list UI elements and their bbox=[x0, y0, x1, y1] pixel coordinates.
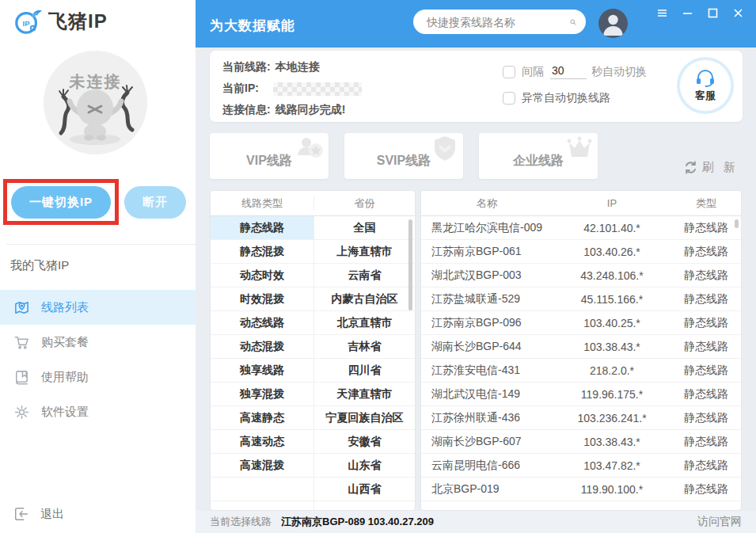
line-row[interactable]: 江苏徐州联通-436 103.236.241.* 静态线路 bbox=[421, 406, 741, 430]
province-cell[interactable]: 安徽省 bbox=[314, 430, 415, 453]
disconnect-button[interactable]: 断开 bbox=[124, 186, 186, 219]
line-ip-cell[interactable]: 103.40.26.* bbox=[553, 240, 671, 263]
line-row[interactable]: 北京BGP-019 119.90.100.* 静态线路 bbox=[421, 478, 741, 501]
province-cell[interactable]: 山西省 bbox=[314, 478, 415, 501]
province-cell[interactable]: 山东省 bbox=[314, 454, 415, 477]
maximize-button[interactable] bbox=[705, 6, 720, 21]
province-cell[interactable]: 全国 bbox=[314, 216, 415, 239]
line-type-row[interactable]: 高速动态 安徽省 bbox=[211, 430, 415, 454]
province-cell[interactable]: 四川省 bbox=[314, 359, 415, 382]
line-name-cell[interactable]: 黑龙江哈尔滨电信-009 bbox=[421, 216, 553, 239]
line-type-cell[interactable]: 独享混拨 bbox=[211, 383, 314, 405]
line-name-cell[interactable]: 云南昆明电信-666 bbox=[421, 454, 553, 477]
line-name-cell[interactable]: 湖南长沙BGP-644 bbox=[421, 335, 553, 358]
line-ip-cell[interactable]: 103.236.241.* bbox=[553, 406, 671, 429]
line-type-row[interactable]: 山西省 bbox=[211, 478, 415, 501]
line-type-row[interactable]: 高速混拨 山东省 bbox=[211, 454, 415, 478]
sidebar-item-help[interactable]: 使用帮助 bbox=[0, 360, 196, 394]
user-avatar[interactable] bbox=[598, 9, 628, 38]
line-type-row[interactable]: 动态时效 云南省 bbox=[211, 264, 415, 287]
line-row[interactable]: 江苏南京BGP-096 103.40.25.* 静态线路 bbox=[421, 311, 741, 335]
line-type-cell[interactable]: 静态线路 bbox=[671, 383, 741, 405]
line-row[interactable]: 湖北武汉电信-149 119.96.175.* 静态线路 bbox=[421, 383, 741, 406]
province-cell[interactable]: 宁夏回族自治区 bbox=[314, 406, 415, 429]
line-type-cell[interactable]: 静态线路 bbox=[671, 240, 741, 263]
line-type-cell[interactable]: 动态时效 bbox=[211, 264, 314, 287]
tab-svip-lines[interactable]: SVIP线路 bbox=[344, 133, 463, 179]
line-type-cell[interactable]: 高速动态 bbox=[211, 430, 314, 453]
line-ip-cell[interactable]: 103.40.25.* bbox=[553, 311, 671, 334]
line-ip-cell[interactable]: 119.90.100.* bbox=[553, 478, 671, 501]
right-panel-scrollbar[interactable] bbox=[735, 219, 739, 228]
line-type-cell[interactable]: 静态线路 bbox=[671, 359, 741, 382]
line-row[interactable]: 湖南长沙BGP-644 103.38.43.* 静态线路 bbox=[421, 335, 741, 359]
line-type-cell[interactable]: 静态混拨 bbox=[211, 240, 314, 263]
line-type-cell[interactable]: 静态线路 bbox=[211, 216, 314, 239]
province-cell[interactable]: 上海直辖市 bbox=[314, 240, 415, 263]
switch-ip-button[interactable]: 一键切换IP bbox=[11, 186, 111, 219]
line-type-cell[interactable]: 时效混拨 bbox=[211, 287, 314, 310]
line-type-cell[interactable]: 静态线路 bbox=[671, 216, 741, 239]
line-type-cell[interactable] bbox=[211, 478, 314, 501]
province-cell[interactable]: 内蒙古自治区 bbox=[314, 287, 415, 310]
line-name-cell[interactable]: 湖北武汉BGP-003 bbox=[421, 264, 553, 287]
line-ip-cell[interactable]: 218.2.0.* bbox=[553, 359, 671, 382]
line-name-cell[interactable]: 北京BGP-019 bbox=[421, 478, 553, 501]
line-ip-cell[interactable]: 43.248.106.* bbox=[553, 264, 671, 287]
left-panel-scrollbar[interactable] bbox=[408, 219, 412, 310]
line-type-cell[interactable]: 静态线路 bbox=[671, 478, 741, 501]
line-type-cell[interactable]: 静态线路 bbox=[671, 454, 741, 477]
line-type-cell[interactable]: 静态线路 bbox=[671, 311, 741, 334]
line-ip-cell[interactable]: 103.47.82.* bbox=[553, 454, 671, 477]
line-row[interactable]: 湖北武汉BGP-003 43.248.106.* 静态线路 bbox=[421, 264, 741, 287]
line-type-cell[interactable]: 动态线路 bbox=[211, 311, 314, 334]
sidebar-item-settings[interactable]: 软件设置 bbox=[0, 394, 196, 429]
line-name-cell[interactable]: 江苏徐州联通-436 bbox=[421, 406, 553, 429]
line-ip-cell[interactable]: 45.115.166.* bbox=[553, 287, 671, 310]
sidebar-item-route-list[interactable]: 线路列表 bbox=[0, 290, 196, 325]
line-name-cell[interactable]: 江苏淮安电信-431 bbox=[421, 359, 553, 382]
line-row[interactable]: 江苏淮安电信-431 218.2.0.* 静态线路 bbox=[421, 359, 741, 383]
line-name-cell[interactable]: 湖北武汉电信-149 bbox=[421, 383, 553, 405]
line-type-cell[interactable]: 高速混拨 bbox=[211, 454, 314, 477]
line-name-cell[interactable]: 江苏盐城联通-529 bbox=[421, 287, 553, 310]
line-type-row[interactable]: 静态线路 全国 bbox=[211, 216, 415, 240]
province-cell[interactable]: 北京直辖市 bbox=[314, 311, 415, 334]
line-row[interactable]: 云南昆明电信-666 103.47.82.* 静态线路 bbox=[421, 454, 741, 478]
province-cell[interactable]: 云南省 bbox=[314, 264, 415, 287]
line-type-cell[interactable]: 动态混拨 bbox=[211, 335, 314, 358]
minimize-button[interactable] bbox=[680, 6, 695, 21]
line-type-row[interactable]: 独享混拨 天津直辖市 bbox=[211, 383, 415, 406]
line-row[interactable]: 江苏南京BGP-061 103.40.26.* 静态线路 bbox=[421, 240, 741, 264]
line-type-cell[interactable]: 静态线路 bbox=[671, 406, 741, 429]
search-icon[interactable] bbox=[570, 15, 576, 29]
visit-website-link[interactable]: 访问官网 bbox=[697, 515, 742, 529]
province-cell[interactable]: 吉林省 bbox=[314, 335, 415, 358]
line-name-cell[interactable]: 湖南长沙BGP-607 bbox=[421, 430, 553, 453]
window-menu-button[interactable] bbox=[655, 6, 670, 21]
tab-enterprise-lines[interactable]: 企业线路 bbox=[479, 133, 598, 179]
interval-checkbox[interactable] bbox=[503, 66, 515, 78]
line-ip-cell[interactable]: 42.101.40.* bbox=[553, 216, 671, 239]
province-cell[interactable]: 天津直辖市 bbox=[314, 383, 415, 405]
line-type-cell[interactable]: 独享线路 bbox=[211, 359, 314, 382]
exit-button[interactable]: 退出 bbox=[13, 506, 64, 522]
line-ip-cell[interactable]: 103.38.43.* bbox=[553, 430, 671, 453]
sidebar-item-buy-package[interactable]: 购买套餐 bbox=[0, 325, 196, 360]
line-row[interactable]: 湖南长沙BGP-607 103.38.43.* 静态线路 bbox=[421, 430, 741, 454]
line-type-cell[interactable]: 静态线路 bbox=[671, 430, 741, 453]
close-button[interactable] bbox=[731, 6, 746, 21]
line-name-cell[interactable]: 江苏南京BGP-061 bbox=[421, 240, 553, 263]
line-ip-cell[interactable]: 103.38.43.* bbox=[553, 335, 671, 358]
line-type-row[interactable]: 高速静态 宁夏回族自治区 bbox=[211, 406, 415, 430]
line-type-cell[interactable]: 静态线路 bbox=[671, 335, 741, 358]
search-input[interactable] bbox=[413, 16, 570, 29]
line-type-row[interactable]: 独享线路 四川省 bbox=[211, 359, 415, 383]
line-type-row[interactable]: 静态混拨 上海直辖市 bbox=[211, 240, 415, 264]
line-type-row[interactable]: 动态线路 北京直辖市 bbox=[211, 311, 415, 335]
line-row[interactable]: 江苏盐城联通-529 45.115.166.* 静态线路 bbox=[421, 287, 741, 311]
refresh-button[interactable]: 刷 新 bbox=[684, 160, 739, 175]
abnormal-checkbox[interactable] bbox=[503, 92, 515, 105]
line-row[interactable]: 黑龙江哈尔滨电信-009 42.101.40.* 静态线路 bbox=[421, 216, 741, 240]
line-type-row[interactable]: 时效混拨 内蒙古自治区 bbox=[211, 287, 415, 311]
